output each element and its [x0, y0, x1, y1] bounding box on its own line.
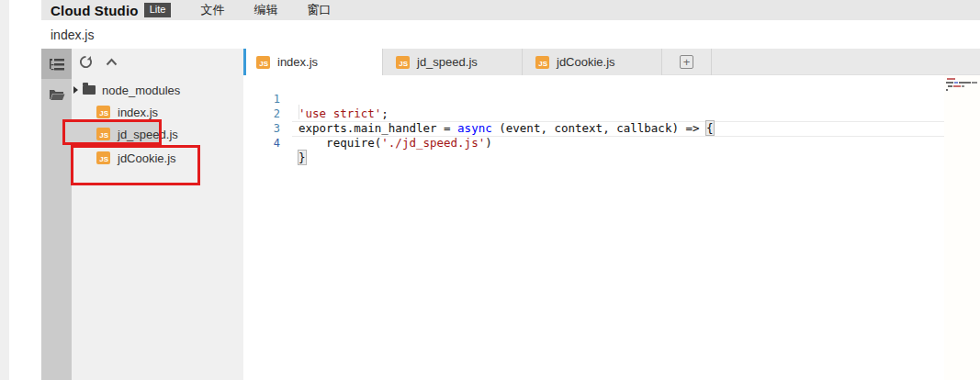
code-line-2: 2 exports.main_handler = async (event, c… [243, 92, 980, 106]
annotation-box-jd-speed [62, 119, 162, 145]
menu-edit[interactable]: 编辑 [253, 2, 277, 18]
cloud-studio-window: Cloud Studio Lite 文件 编辑 窗口 index.js [0, 0, 980, 380]
js-file-icon: JS [396, 56, 410, 69]
tree-item-label: index.js [118, 106, 158, 119]
tab-jdcookie-js[interactable]: JS jdCookie.js [523, 49, 662, 75]
tab-index-js[interactable]: JS index.js [243, 49, 383, 75]
tab-jd-speed-js[interactable]: JS jd_speed.js [383, 49, 523, 75]
breadcrumb-filename: index.js [51, 28, 94, 42]
collapse-up-icon[interactable] [106, 58, 118, 66]
tab-label: jdCookie.js [557, 55, 615, 69]
menu-file[interactable]: 文件 [200, 2, 224, 18]
app-logo: Cloud Studio [51, 3, 139, 18]
menu-bar: Cloud Studio Lite 文件 编辑 窗口 [41, 0, 980, 20]
tab-label: index.js [277, 55, 318, 69]
matched-bracket-close: } [299, 151, 306, 164]
chevron-right-icon[interactable] [73, 86, 78, 94]
new-tab-cell: + [662, 49, 712, 75]
explorer-toolbar [72, 49, 243, 74]
file-explorer: node_modules JS index.js JS jd_speed.js … [72, 49, 243, 380]
code-line-4: 4 } [243, 121, 980, 136]
code-line-1: 1 'use strict'; [243, 77, 980, 92]
tab-label: jd_speed.js [417, 55, 478, 69]
tree-view-icon[interactable] [41, 49, 72, 79]
code-line-3: 3 require('./jd_speed.js') [243, 106, 980, 121]
open-folder-icon[interactable] [41, 79, 72, 109]
minimap[interactable] [944, 75, 980, 380]
breadcrumb: index.js [41, 20, 980, 49]
menu-window[interactable]: 窗口 [307, 2, 331, 18]
js-file-icon: JS [96, 106, 110, 118]
js-file-icon: JS [535, 56, 549, 69]
refresh-icon[interactable] [79, 55, 93, 69]
js-file-icon: JS [256, 56, 270, 69]
lite-badge: Lite [144, 3, 172, 17]
page-left-gutter [0, 0, 9, 380]
tree-item-node-modules[interactable]: node_modules [72, 79, 243, 101]
new-tab-plus-icon[interactable]: + [680, 55, 693, 69]
annotation-box-jdcookie [71, 145, 200, 185]
editor-tab-bar: JS index.js JS jd_speed.js JS jdCookie.j… [243, 49, 980, 75]
tree-item-label: node_modules [102, 84, 180, 97]
folder-icon [83, 85, 96, 95]
line-number: 4 [243, 136, 280, 151]
activity-bar [41, 49, 72, 380]
code-editor[interactable]: 1 'use strict'; 2 exports.main_handler =… [243, 75, 980, 380]
